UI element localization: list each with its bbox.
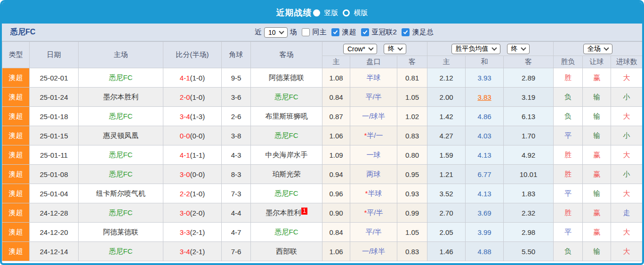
fulltime-score: 2-2	[180, 190, 190, 198]
cell-odds-home: 0.90	[322, 203, 350, 223]
cell-avg-home: 1.42	[427, 107, 466, 126]
cell-home-team[interactable]: 惠灵顿凤凰	[79, 126, 163, 145]
cell-corners: 2-6	[222, 107, 251, 126]
cell-handicap: 一/球半	[350, 107, 397, 126]
fulltime-score: 0-0	[180, 132, 190, 140]
cell-home-team[interactable]: 纽卡斯尔喷气机	[79, 184, 163, 203]
avg-draw-value: 4.86	[477, 112, 491, 120]
checkbox-a-league[interactable]	[331, 28, 339, 36]
cell-away-team[interactable]: 阿德莱德联	[251, 68, 322, 88]
cell-home-team[interactable]: 悉尼FC	[79, 107, 163, 126]
cell-goals-result: 大	[611, 184, 643, 203]
handicap-line: 两球	[367, 170, 381, 178]
avg-draw-value: 3.83	[477, 93, 491, 101]
cell-away-team[interactable]: 悉尼FC	[251, 126, 322, 145]
cell-home-team[interactable]: 悉尼FC	[79, 145, 163, 165]
cell-home-team[interactable]: 悉尼FC	[79, 165, 163, 184]
chevron-down-icon	[279, 29, 284, 34]
avg-time-select[interactable]: 终	[507, 44, 530, 54]
subheader-handicap-result: 让球	[583, 56, 611, 68]
cell-avg-home: 2.70	[427, 203, 466, 223]
away-team-name: 阿德莱德联	[269, 73, 304, 81]
cell-competition: 澳超	[2, 203, 30, 223]
cell-away-team[interactable]: 珀斯光荣	[251, 165, 322, 184]
vertical-layout-label[interactable]: 竖版	[324, 8, 338, 17]
cell-handicap: 两球	[350, 165, 397, 184]
handicap-line: 平/半	[365, 93, 381, 101]
away-team-name: 墨尔本胜利	[266, 209, 301, 217]
cell-odds-home: 0.87	[322, 107, 350, 126]
cell-home-team[interactable]: 悉尼FC	[79, 242, 163, 261]
horizontal-layout-radio[interactable]	[343, 9, 350, 16]
cell-odds-home: 0.84	[322, 223, 350, 242]
cell-odds-home: 1.06	[322, 242, 350, 261]
cell-handicap: 一球	[350, 145, 397, 165]
avg-type-select[interactable]: 胜平负均值	[451, 44, 500, 54]
match-count-select-value: 10	[268, 29, 276, 36]
cell-away-team[interactable]: 布里斯班狮吼	[251, 107, 322, 126]
checkbox-same-home-label[interactable]: 同主	[313, 28, 327, 37]
cell-odds-away: 1.02	[397, 107, 427, 126]
odds-time-select[interactable]: 终	[384, 44, 406, 54]
cell-home-team[interactable]: 悉尼FC	[79, 203, 163, 223]
cell-avg-home: 3.52	[427, 184, 466, 203]
home-team-name: 悉尼FC	[109, 151, 133, 159]
cell-score: 3-3(2-1)	[163, 223, 222, 242]
checkbox-acl2[interactable]	[361, 28, 369, 36]
table-row: 澳超25-01-08悉尼FC3-0(0-0)8-3珀斯光荣0.94两球0.951…	[2, 165, 643, 184]
cell-home-team[interactable]: 悉尼FC	[79, 68, 163, 88]
cell-odds-away: 0.93	[397, 184, 427, 203]
cell-competition: 澳超	[2, 107, 30, 126]
cell-date: 25-01-24	[30, 88, 79, 107]
halftime-score: (1-1)	[190, 151, 205, 159]
cell-avg-draw: 3.93	[466, 68, 504, 88]
cell-handicap-result: 赢	[583, 203, 611, 223]
checkbox-australia-cup-label[interactable]: 澳足总	[412, 28, 434, 37]
cell-odds-away: 0.83	[397, 242, 427, 261]
odds-company-select-value: Crow*	[347, 45, 365, 53]
checkbox-acl2-label[interactable]: 亚冠联2	[372, 28, 397, 37]
table-row: 澳超24-12-14悉尼FC3-4(2-1)7-6西部联1.06一/球半0.83…	[2, 242, 643, 261]
checkbox-same-home[interactable]	[302, 28, 310, 36]
cell-result: 平	[554, 223, 583, 242]
chevron-down-icon	[397, 45, 402, 50]
horizontal-layout-label[interactable]: 横版	[354, 8, 368, 17]
fulltime-score: 3-0	[180, 209, 190, 217]
cell-competition: 澳超	[2, 184, 30, 203]
cell-odds-home: 1.08	[322, 68, 350, 88]
match-count-select[interactable]: 10	[264, 27, 288, 38]
cell-away-team[interactable]: 墨尔本胜利1	[251, 203, 322, 223]
avg-draw-value: 3.69	[477, 209, 491, 217]
checkbox-australia-cup[interactable]	[402, 28, 410, 36]
cell-goals-result: 大	[611, 242, 643, 261]
cell-odds-home: 0.96	[322, 184, 350, 203]
cell-avg-away: 1.70	[504, 126, 554, 145]
cell-home-team[interactable]: 墨尔本胜利	[79, 88, 163, 107]
cell-home-team[interactable]: 阿德莱德联	[79, 223, 163, 242]
avg-draw-value: 3.93	[477, 74, 491, 82]
vertical-layout-radio[interactable]	[313, 9, 320, 16]
away-team-name: 布里斯班狮吼	[266, 112, 308, 120]
cell-away-team[interactable]: 悉尼FC	[251, 223, 322, 242]
chevron-down-icon	[604, 45, 609, 50]
cell-odds-home: 0.84	[322, 88, 350, 107]
home-team-name: 墨尔本胜利	[103, 93, 138, 101]
subheader-goals: 进球数	[611, 56, 643, 68]
cell-away-team[interactable]: 悉尼FC	[251, 88, 322, 107]
cell-odds-home: 0.94	[322, 165, 350, 184]
fulltime-score: 3-4	[180, 112, 190, 120]
cell-away-team[interactable]: 西部联	[251, 242, 322, 261]
cell-corners: 3-8	[222, 126, 251, 145]
halftime-score: (1-0)	[190, 74, 205, 82]
scope-select[interactable]: 全场	[583, 44, 612, 54]
cell-corners: 4-4	[222, 203, 251, 223]
odds-company-select[interactable]: Crow*	[343, 44, 377, 54]
col-header-date: 日期	[30, 42, 79, 68]
cell-away-team[interactable]: 中央海岸水手	[251, 145, 322, 165]
checkbox-a-league-label[interactable]: 澳超	[342, 28, 356, 37]
col-header-type: 类型	[2, 42, 30, 68]
away-team-name: 悉尼FC	[275, 131, 298, 139]
cell-away-team[interactable]: 悉尼FC	[251, 184, 322, 203]
cell-avg-draw: 3.69	[466, 203, 504, 223]
cell-handicap-result: 输	[583, 107, 611, 126]
